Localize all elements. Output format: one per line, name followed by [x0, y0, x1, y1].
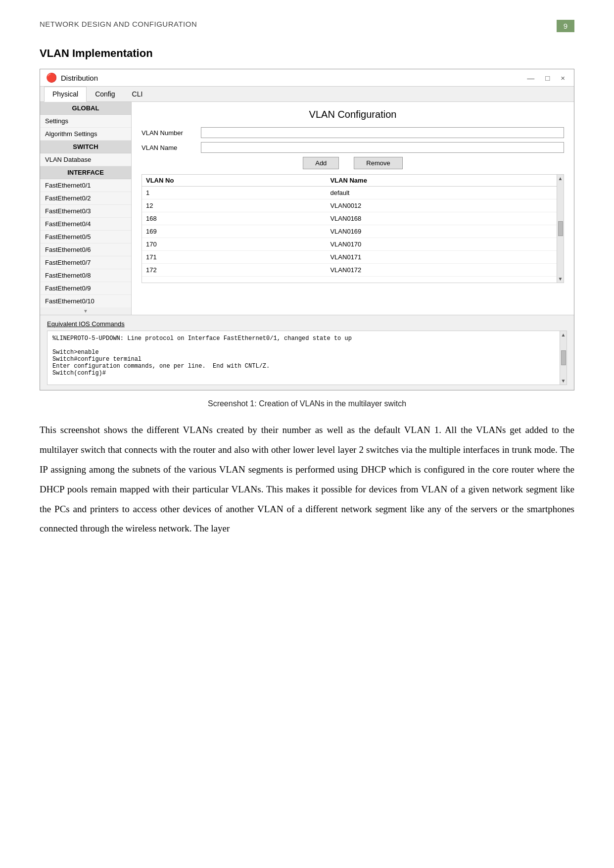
vlan-table-scrollbar[interactable]: ▲ ▼: [557, 175, 564, 283]
vlan-name-cell: VLAN0168: [326, 212, 557, 225]
ios-scroll-up-arrow[interactable]: ▲: [561, 332, 566, 338]
vlan-name-cell: VLAN0012: [326, 199, 557, 212]
table-row: 1 default: [142, 187, 557, 199]
vlan-table-scroll[interactable]: VLAN No VLAN Name 1 default 12 VLA: [142, 175, 557, 283]
window-controls: — □ ×: [524, 74, 568, 82]
vlan-table: VLAN No VLAN Name 1 default 12 VLA: [142, 175, 557, 277]
vlan-name-cell: VLAN0170: [326, 238, 557, 251]
title-bar: 🔴 Distribution — □ ×: [40, 69, 574, 87]
vlan-panel: VLAN Configuration VLAN Number VLAN Name…: [132, 102, 574, 315]
vlan-name-cell: VLAN0169: [326, 225, 557, 238]
ios-scroll-thumb[interactable]: [561, 350, 566, 365]
maximize-button[interactable]: □: [542, 74, 553, 82]
scroll-up-arrow[interactable]: ▲: [558, 176, 563, 181]
vlan-name-input[interactable]: [201, 142, 564, 153]
vlan-name-row: VLAN Name: [142, 142, 564, 153]
minimize-button[interactable]: —: [524, 74, 537, 82]
vlan-no-cell: 172: [142, 264, 326, 277]
vlan-config-title: VLAN Configuration: [142, 109, 564, 120]
scroll-thumb[interactable]: [558, 221, 563, 236]
vlan-name-cell: VLAN0171: [326, 251, 557, 264]
vlan-number-row: VLAN Number: [142, 127, 564, 138]
sidebar-item-fe01[interactable]: FastEthernet0/1: [40, 179, 131, 192]
app-window: 🔴 Distribution — □ × Physical Config CLI…: [40, 69, 574, 390]
vlan-no-cell: 171: [142, 251, 326, 264]
sidebar-section-global: GLOBAL: [40, 102, 131, 115]
add-button[interactable]: Add: [303, 157, 339, 169]
tab-cli[interactable]: CLI: [124, 87, 151, 101]
sidebar-section-switch: SWITCH: [40, 141, 131, 153]
ios-commands-section: Equivalent IOS Commands %LINEPROTO-5-UPD…: [40, 315, 574, 390]
close-button[interactable]: ×: [558, 74, 568, 82]
ios-commands-scrollbar[interactable]: ▲ ▼: [560, 331, 567, 385]
app-title: Distribution: [61, 74, 98, 82]
sidebar-scroll-down[interactable]: ▼: [40, 307, 131, 315]
main-content: GLOBAL Settings Algorithm Settings SWITC…: [40, 102, 574, 315]
vlan-no-cell: 170: [142, 238, 326, 251]
body-text: This screenshot shows the different VLAN…: [40, 420, 574, 538]
vlan-number-input[interactable]: [201, 127, 564, 138]
screenshot-caption: Screenshot 1: Creation of VLANs in the m…: [40, 399, 574, 408]
sidebar-item-fe02[interactable]: FastEthernet0/2: [40, 192, 131, 205]
sidebar-item-fe06[interactable]: FastEthernet0/6: [40, 243, 131, 256]
sidebar-item-algorithm-settings[interactable]: Algorithm Settings: [40, 128, 131, 141]
sidebar-item-fe03[interactable]: FastEthernet0/3: [40, 205, 131, 218]
table-row: 168 VLAN0168: [142, 212, 557, 225]
ios-commands-text: %LINEPROTO-5-UPDOWN: Line protocol on In…: [47, 331, 560, 385]
sidebar-section-interface: INTERFACE: [40, 166, 131, 179]
tab-bar: Physical Config CLI: [40, 87, 574, 102]
page-number: 9: [557, 20, 574, 32]
vlan-no-cell: 169: [142, 225, 326, 238]
tab-config[interactable]: Config: [87, 87, 123, 101]
col-vlan-no: VLAN No: [142, 175, 326, 187]
ios-commands-label: Equivalent IOS Commands: [47, 320, 567, 328]
sidebar-item-fe010[interactable]: FastEthernet0/10: [40, 295, 131, 307]
vlan-name-label: VLAN Name: [142, 144, 196, 151]
scroll-down-arrow[interactable]: ▼: [558, 276, 563, 282]
col-vlan-name: VLAN Name: [326, 175, 557, 187]
vlan-table-container: VLAN No VLAN Name 1 default 12 VLA: [142, 174, 564, 283]
app-icon: 🔴: [46, 72, 57, 83]
sidebar-item-fe05[interactable]: FastEthernet0/5: [40, 231, 131, 243]
sidebar-item-fe04[interactable]: FastEthernet0/4: [40, 218, 131, 231]
vlan-name-cell: VLAN0172: [326, 264, 557, 277]
sidebar: GLOBAL Settings Algorithm Settings SWITC…: [40, 102, 132, 315]
tab-physical[interactable]: Physical: [44, 87, 87, 102]
sidebar-item-fe07[interactable]: FastEthernet0/7: [40, 256, 131, 269]
title-bar-left: 🔴 Distribution: [46, 72, 98, 83]
vlan-name-cell: default: [326, 187, 557, 199]
table-row: 171 VLAN0171: [142, 251, 557, 264]
sidebar-item-fe09[interactable]: FastEthernet0/9: [40, 282, 131, 295]
ios-commands-container: %LINEPROTO-5-UPDOWN: Line protocol on In…: [47, 331, 567, 385]
vlan-no-cell: 1: [142, 187, 326, 199]
remove-button[interactable]: Remove: [354, 157, 402, 169]
sidebar-item-fe08[interactable]: FastEthernet0/8: [40, 269, 131, 282]
table-row: 172 VLAN0172: [142, 264, 557, 277]
ios-scroll-down-arrow[interactable]: ▼: [561, 378, 566, 384]
vlan-buttons: Add Remove: [142, 157, 564, 169]
section-title: VLAN Implementation: [40, 47, 574, 60]
vlan-no-cell: 168: [142, 212, 326, 225]
document-title: NETWORK DESIGN AND CONFIGURATION: [40, 20, 197, 28]
table-row: 12 VLAN0012: [142, 199, 557, 212]
page-header: NETWORK DESIGN AND CONFIGURATION 9: [40, 20, 574, 32]
vlan-number-label: VLAN Number: [142, 129, 196, 137]
table-row: 169 VLAN0169: [142, 225, 557, 238]
sidebar-item-settings[interactable]: Settings: [40, 115, 131, 128]
sidebar-item-vlan-database[interactable]: VLAN Database: [40, 153, 131, 166]
table-row: 170 VLAN0170: [142, 238, 557, 251]
vlan-no-cell: 12: [142, 199, 326, 212]
